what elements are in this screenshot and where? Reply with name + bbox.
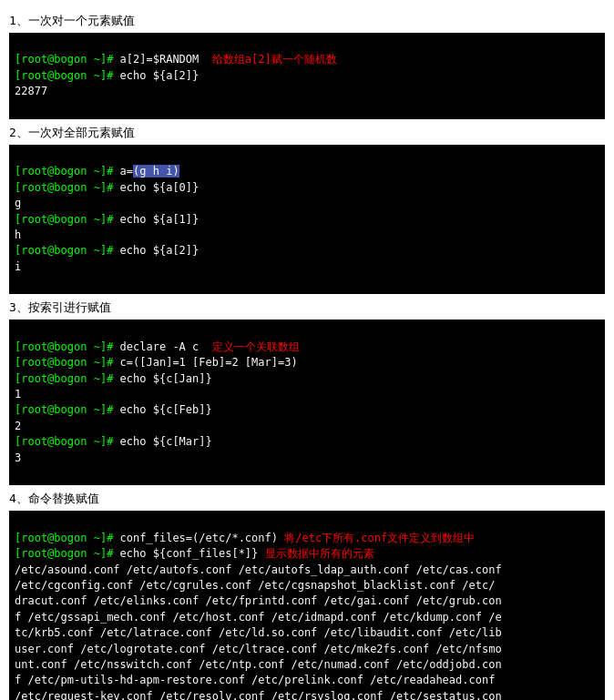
- prompt: [root@bogon ~]#: [15, 165, 120, 178]
- cmd: a[2]=$RANDOM: [120, 53, 200, 66]
- section-4: 4、命令替换赋值 [root@bogon ~]# conf_files=(/et…: [9, 491, 605, 700]
- page: 1、一次对一个元素赋值 [root@bogon ~]# a[2]=$RANDOM…: [0, 0, 614, 700]
- prompt: [root@bogon ~]#: [15, 340, 120, 353]
- prompt: [root@bogon ~]#: [15, 181, 120, 194]
- output: h: [15, 228, 21, 241]
- annotation-4a: 将/etc下所有.conf文件定义到数组中: [284, 532, 475, 544]
- terminal-4: [root@bogon ~]# conf_files=(/etc/*.conf)…: [9, 511, 605, 700]
- prompt: [root@bogon ~]#: [15, 213, 120, 226]
- section-4-title: 4、命令替换赋值: [9, 491, 605, 507]
- cmd: echo ${c[Jan]}: [120, 372, 212, 385]
- prompt: [root@bogon ~]#: [15, 53, 120, 66]
- prompt: [root@bogon ~]#: [15, 372, 120, 385]
- terminal-3: [root@bogon ~]# declare -A c 定义一个关联数组 [r…: [9, 320, 605, 485]
- cmd: declare -A c: [120, 340, 200, 353]
- output: 2: [15, 420, 21, 432]
- section-3-title: 3、按索引进行赋值: [9, 299, 605, 316]
- cmd: echo ${a[1]}: [120, 213, 200, 226]
- cmd: echo ${conf_files[*]}: [120, 547, 259, 560]
- cmd: echo ${a[0]}: [120, 181, 200, 194]
- prompt: [root@bogon ~]#: [15, 244, 120, 257]
- terminal-2: [root@bogon ~]# a=(g h i) [root@bogon ~]…: [9, 145, 605, 295]
- section-3: 3、按索引进行赋值 [root@bogon ~]# declare -A c 定…: [9, 299, 605, 485]
- output: i: [15, 260, 21, 273]
- prompt: [root@bogon ~]#: [15, 69, 120, 82]
- section-1: 1、一次对一个元素赋值 [root@bogon ~]# a[2]=$RANDOM…: [9, 13, 605, 119]
- cmd: echo ${c[Feb]}: [120, 403, 212, 416]
- annotation-3a: 定义一个关联数组: [212, 340, 300, 353]
- annotation-4b: 显示数据中所有的元素: [265, 547, 374, 560]
- section-2-title: 2、一次对全部元素赋值: [9, 125, 605, 141]
- output: /etc/asound.conf /etc/autofs.conf /etc/a…: [15, 563, 502, 700]
- cmd: c=([Jan]=1 [Feb]=2 [Mar]=3): [120, 356, 298, 369]
- output: 3: [15, 451, 21, 464]
- cmd: echo ${c[Mar]}: [120, 435, 212, 448]
- cmd: conf_files=(/etc/*.conf): [120, 532, 278, 544]
- cmd: a=(g h i): [120, 165, 179, 178]
- output: 22877: [15, 85, 47, 97]
- prompt: [root@bogon ~]#: [15, 403, 120, 416]
- cmd: echo ${a[2]}: [120, 244, 200, 257]
- output: 1: [15, 388, 21, 401]
- prompt: [root@bogon ~]#: [15, 547, 120, 560]
- section-2: 2、一次对全部元素赋值 [root@bogon ~]# a=(g h i) [r…: [9, 125, 605, 295]
- output: g: [15, 197, 21, 209]
- annotation-1: 给数组a[2]赋一个随机数: [212, 53, 337, 66]
- cmd: echo ${a[2]}: [120, 69, 200, 82]
- section-1-title: 1、一次对一个元素赋值: [9, 13, 605, 29]
- prompt: [root@bogon ~]#: [15, 356, 120, 369]
- prompt: [root@bogon ~]#: [15, 435, 120, 448]
- prompt: [root@bogon ~]#: [15, 532, 120, 544]
- terminal-1: [root@bogon ~]# a[2]=$RANDOM 给数组a[2]赋一个随…: [9, 33, 605, 119]
